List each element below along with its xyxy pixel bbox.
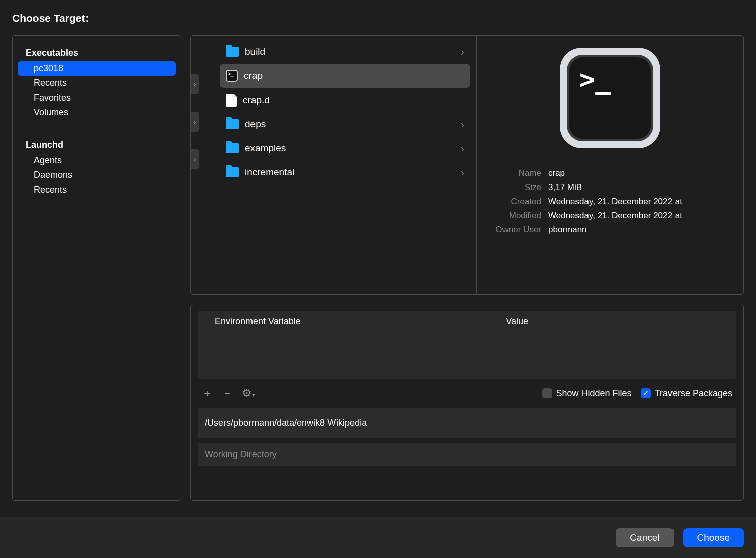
sidebar-section-executables: Executables [18, 45, 176, 61]
choose-button[interactable]: Choose [683, 528, 744, 547]
folder-icon [226, 143, 239, 153]
checkbox-box[interactable]: ✓ [641, 388, 651, 398]
column-nav-chevron[interactable]: › [191, 112, 199, 132]
file-browser: › › › build›>_crapcrap.ddeps›examples›in… [190, 35, 744, 295]
arguments-input[interactable] [198, 408, 736, 438]
sidebar-item-favorites[interactable]: Favorites [18, 90, 176, 105]
file-row[interactable]: examples› [220, 136, 470, 160]
dialog-title: Choose Target: [12, 12, 744, 24]
sidebar-item-agents[interactable]: Agents [18, 153, 176, 168]
column-nav-chevron[interactable]: › [191, 149, 199, 169]
file-row[interactable]: >_crap [220, 64, 470, 88]
traverse-packages-checkbox[interactable]: ✓ Traverse Packages [641, 388, 732, 399]
env-var-table[interactable]: Environment Variable Value [198, 311, 736, 379]
folder-icon [226, 119, 239, 129]
show-hidden-files-label: Show Hidden Files [556, 388, 632, 399]
meta-created-value: Wednesday, 21. December 2022 at [548, 197, 734, 207]
chevron-right-icon: › [461, 46, 464, 58]
file-row[interactable]: build› [220, 40, 470, 64]
add-env-button[interactable]: ＋ [202, 386, 213, 401]
sidebar-section-launchd: Launchd [18, 137, 176, 153]
meta-owner-value: pbormann [548, 225, 734, 235]
chevron-right-icon: › [461, 119, 464, 130]
file-name: crap [244, 70, 263, 81]
meta-created-label: Created [486, 197, 541, 207]
env-col-variable[interactable]: Environment Variable [198, 311, 488, 332]
sidebar: Executables pc3018RecentsFavoritesVolume… [12, 35, 181, 501]
remove-env-button[interactable]: － [222, 386, 233, 401]
file-row[interactable]: crap.d [220, 88, 470, 112]
show-hidden-files-checkbox[interactable]: Show Hidden Files [542, 388, 632, 399]
meta-name-label: Name [486, 168, 541, 178]
executable-icon: >_ [226, 70, 238, 82]
preview-metadata: Namecrap Size3,17 MiB CreatedWednesday, … [486, 166, 734, 237]
file-name: crap.d [243, 95, 270, 106]
working-directory-input[interactable] [198, 443, 736, 466]
meta-owner-label: Owner User [486, 225, 541, 235]
env-col-value[interactable]: Value [488, 311, 545, 332]
env-table-body[interactable] [198, 332, 736, 379]
sidebar-item-daemons[interactable]: Daemons [18, 168, 176, 182]
terminal-glyph: >_ [567, 55, 653, 141]
column-nav-strip: › › › [191, 36, 199, 294]
file-column: build›>_crapcrap.ddeps›examples›incremen… [199, 36, 477, 294]
sidebar-item-recents[interactable]: Recents [18, 182, 176, 197]
file-row[interactable]: deps› [220, 112, 470, 136]
launch-config-panel: Environment Variable Value ＋ － ⚙︎▾ Show … [190, 304, 744, 501]
dialog-footer: Cancel Choose [0, 517, 756, 558]
env-gear-menu[interactable]: ⚙︎▾ [242, 387, 253, 400]
document-icon [226, 94, 237, 107]
checkbox-box[interactable] [542, 388, 552, 398]
sidebar-item-volumes[interactable]: Volumes [18, 105, 176, 120]
executable-preview-icon: >_ [560, 48, 660, 148]
traverse-packages-label: Traverse Packages [655, 388, 732, 399]
meta-modified-value: Wednesday, 21. December 2022 at [548, 211, 734, 221]
meta-size-label: Size [486, 182, 541, 193]
cancel-button[interactable]: Cancel [616, 528, 674, 547]
file-name: incremental [245, 167, 294, 178]
folder-icon [226, 47, 239, 57]
chevron-right-icon: › [461, 143, 464, 154]
preview-column: >_ Namecrap Size3,17 MiB CreatedWednesda… [477, 36, 743, 294]
sidebar-item-pc3018[interactable]: pc3018 [18, 61, 176, 76]
meta-size-value: 3,17 MiB [548, 182, 734, 193]
file-row[interactable]: incremental› [220, 160, 470, 184]
column-nav-chevron[interactable]: › [191, 74, 199, 94]
folder-icon [226, 167, 239, 177]
file-name: examples [245, 143, 286, 154]
sidebar-item-recents[interactable]: Recents [18, 76, 176, 90]
file-name: build [245, 46, 265, 57]
chevron-right-icon: › [461, 167, 464, 178]
file-name: deps [245, 119, 266, 130]
meta-name-value: crap [548, 168, 734, 178]
meta-modified-label: Modified [486, 211, 541, 221]
